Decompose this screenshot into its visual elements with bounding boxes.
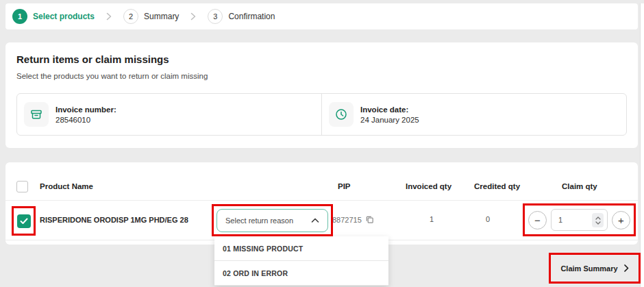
return-reason-menu: 01 MISSING PRODUCT 02 ORD IN ERROR [214, 236, 388, 286]
invoiced-qty-value: 1 [411, 215, 452, 223]
step-select-products[interactable]: 1 Select products [12, 9, 95, 24]
clock-icon [329, 102, 354, 127]
archive-box-icon [24, 102, 49, 127]
invoice-number-label: Invoice number: [55, 105, 116, 114]
annotation-box-claim-qty: − + [523, 203, 636, 236]
step-number-badge: 2 [123, 9, 138, 24]
step-label: Confirmation [228, 12, 275, 21]
claim-summary-label: Claim Summary [560, 264, 617, 273]
chevron-right-icon [106, 12, 112, 21]
step-number-badge: 1 [12, 9, 27, 24]
step-number-badge: 3 [208, 9, 223, 24]
row-checkbox-checked[interactable] [17, 214, 31, 228]
return-reason-option-ord-in-error[interactable]: 02 ORD IN ERROR [214, 261, 388, 286]
step-confirmation[interactable]: 3 Confirmation [208, 9, 275, 24]
qty-input-wrap [551, 209, 608, 231]
table-header-row: Product Name PIP Invoiced qty Credited q… [5, 162, 638, 201]
invoice-number-block: Invoice number: 28546010 [17, 94, 321, 135]
return-reason-placeholder: Select return reason [225, 216, 293, 225]
select-all-checkbox[interactable] [16, 181, 28, 192]
invoice-date-label: Invoice date: [360, 105, 419, 114]
invoice-info-panel: Invoice number: 28546010 Invoice date: 2… [16, 93, 627, 136]
column-header-claim-qty: Claim qty [562, 182, 597, 190]
page-right-gutter [640, 3, 644, 287]
column-header-credited-qty: Credited qty [474, 182, 520, 190]
return-section-card: Return items or claim missings Select th… [5, 42, 638, 148]
chevron-up-icon [311, 218, 319, 223]
page-subtitle: Select the products you want to return o… [16, 72, 208, 80]
qty-increase-button[interactable]: + [612, 211, 630, 229]
annotation-box-claim-summary: Claim Summary [549, 253, 641, 284]
stepper: 1 Select products 2 Summary 3 Confirmati… [5, 3, 638, 29]
step-summary[interactable]: 2 Summary [123, 9, 179, 24]
return-reason-option-missing-product[interactable]: 01 MISSING PRODUCT [214, 236, 388, 261]
pip-value: 8872715 [332, 216, 362, 224]
claims-page: 1 Select products 2 Summary 3 Confirmati… [0, 0, 644, 287]
column-header-invoiced-qty: Invoiced qty [406, 182, 451, 190]
page-title: Return items or claim missings [16, 53, 169, 65]
pip-cell: 8872715 [332, 215, 374, 224]
invoice-date-value: 24 January 2025 [360, 116, 419, 124]
claim-summary-button[interactable]: Claim Summary [552, 255, 638, 281]
credited-qty-value: 0 [467, 215, 508, 223]
product-name: RISPERIDONE ORODISP 1MG PHD/EG 28 [40, 216, 188, 224]
column-header-product-name: Product Name [40, 182, 93, 190]
annotation-box-checkbox [12, 206, 36, 236]
invoice-number-value: 28546010 [55, 116, 116, 124]
checkmark-icon [20, 218, 28, 225]
chevron-right-icon [624, 264, 629, 272]
spinner-up-icon [595, 216, 601, 220]
return-reason-select[interactable]: Select return reason [216, 209, 328, 232]
step-label: Select products [33, 12, 95, 21]
copy-icon[interactable] [365, 215, 374, 224]
invoice-date-block: Invoice date: 24 January 2025 [321, 94, 626, 135]
chevron-right-icon [190, 12, 196, 21]
annotation-box-return-reason: Select return reason [212, 204, 333, 236]
spinner-down-icon [595, 221, 601, 225]
qty-decrease-button[interactable]: − [528, 211, 547, 229]
number-spinner[interactable] [592, 213, 604, 227]
column-header-pip: PIP [338, 182, 351, 190]
step-label: Summary [144, 12, 179, 21]
